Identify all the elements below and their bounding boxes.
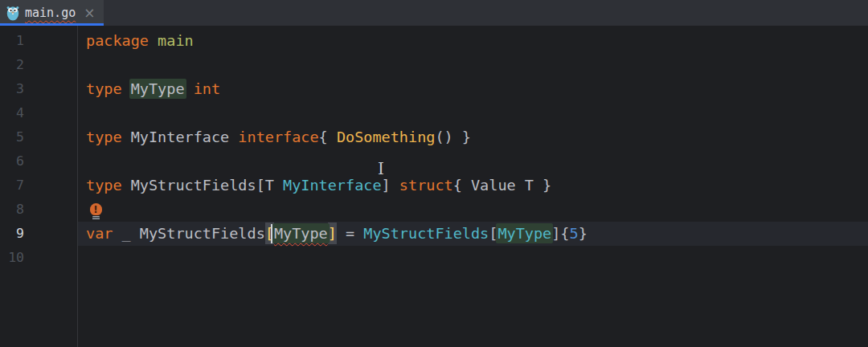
code-token[interactable]: DoSomething <box>337 129 436 145</box>
code-token[interactable]: MyType <box>496 223 553 243</box>
gutter: 12345678910 <box>0 26 78 347</box>
code-token[interactable]: () } <box>435 129 471 145</box>
line-number[interactable]: 9 <box>0 222 24 246</box>
code-line-9[interactable]: var _ MyStructFields[MyType] = MyStructF… <box>78 222 868 246</box>
code-token[interactable] <box>149 32 158 49</box>
code-token[interactable]: ]{ <box>551 225 569 242</box>
line-number[interactable]: 8 <box>0 198 24 222</box>
code-token[interactable]: MyType <box>272 223 330 243</box>
line-number[interactable]: 4 <box>0 101 24 125</box>
line-number[interactable]: 5 <box>0 125 24 149</box>
code-token[interactable]: _ MyStructFields <box>113 225 264 242</box>
code-line-5[interactable]: type MyInterface interface{ DoSomething(… <box>78 125 868 149</box>
code-token[interactable]: 5 <box>570 225 579 242</box>
line-number[interactable]: 1 <box>0 29 24 53</box>
line-number[interactable]: 2 <box>0 53 24 77</box>
code-token[interactable]: ] <box>382 177 399 194</box>
code-token[interactable]: = <box>337 225 363 242</box>
line-number[interactable]: 7 <box>0 174 24 198</box>
code-line-10[interactable] <box>78 246 868 270</box>
bulb-exclamation-mark: ! <box>90 203 102 215</box>
line-number[interactable]: 10 <box>0 246 24 270</box>
code-line-6[interactable] <box>78 149 868 174</box>
code-token[interactable]: interface <box>238 129 318 145</box>
code-token[interactable]: int <box>194 80 220 97</box>
code-line-1[interactable]: package main <box>78 29 868 53</box>
code-token[interactable]: struct <box>399 177 453 194</box>
code-line-2[interactable] <box>78 53 868 77</box>
code-panel[interactable]: package maintype MyType inttype MyInterf… <box>78 26 868 347</box>
code-token[interactable]: MyStructFields[T <box>122 177 283 194</box>
code-token[interactable]: MyInterface <box>283 177 382 194</box>
code-token[interactable]: type <box>86 129 122 145</box>
tab-main-go[interactable]: main.go × <box>0 0 104 26</box>
code-token[interactable]: package <box>86 32 149 49</box>
code-token[interactable]: type <box>86 177 122 194</box>
ide-window: main.go × 12345678910 package maintype M… <box>0 0 868 347</box>
code-token[interactable]: } <box>579 225 588 242</box>
code-token[interactable]: MyInterface <box>122 129 239 145</box>
code-token[interactable]: { Value T } <box>453 177 552 194</box>
tab-label: main.go <box>25 6 76 20</box>
code-token[interactable] <box>185 80 194 97</box>
code-token[interactable]: MyType <box>129 79 186 99</box>
code-line-8[interactable]: ! <box>78 198 868 222</box>
text-caret <box>271 224 272 243</box>
error-intention-bulb-icon[interactable]: ! <box>88 203 103 222</box>
code-token[interactable]: type <box>86 80 122 97</box>
line-number[interactable]: 6 <box>0 149 24 174</box>
code-token[interactable]: main <box>158 32 194 49</box>
line-number[interactable]: 3 <box>0 77 24 101</box>
code-token[interactable]: var <box>86 225 113 242</box>
tab-close-icon[interactable]: × <box>84 6 95 20</box>
go-gopher-icon <box>6 6 19 21</box>
code-token[interactable]: MyStructFields <box>363 225 489 242</box>
editor-tab-bar: main.go × <box>0 0 868 26</box>
code-token[interactable]: { <box>319 129 337 145</box>
code-line-3[interactable]: type MyType int <box>78 77 868 101</box>
editor-area: 12345678910 package maintype MyType intt… <box>0 26 868 347</box>
code-line-7[interactable]: type MyStructFields[T MyInterface] struc… <box>78 174 868 198</box>
code-line-4[interactable] <box>78 101 868 125</box>
